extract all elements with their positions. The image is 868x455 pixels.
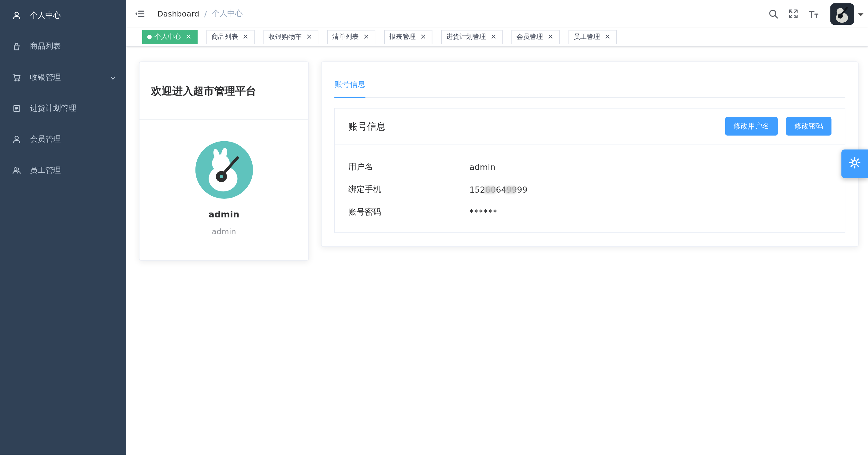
sidebar-item-products[interactable]: 商品列表: [0, 31, 126, 62]
page-content: 欢迎进入超市管理平台: [126, 46, 868, 261]
account-info-header: 账号信息 修改用户名 修改密码: [335, 108, 845, 144]
welcome-card-body: admin admin: [140, 120, 308, 260]
tag-label: 清单列表: [332, 32, 359, 41]
username-label: 用户名: [348, 161, 469, 172]
tag-reports[interactable]: 报表管理 ×: [384, 30, 432, 44]
tag-cashier-cart[interactable]: 收银购物车 ×: [264, 30, 318, 44]
sidebar: 个人中心 商品列表 收银管理: [0, 0, 126, 455]
info-row-password: 账号密码 ******: [348, 201, 831, 224]
profile-avatar: [195, 141, 253, 199]
tag-label: 报表管理: [389, 32, 416, 41]
tag-products[interactable]: 商品列表 ×: [207, 30, 254, 44]
tag-label: 商品列表: [211, 32, 238, 41]
active-dot: [147, 35, 151, 39]
welcome-card-header: 欢迎进入超市管理平台: [140, 62, 308, 120]
phone-value: 15260649999: [469, 185, 528, 195]
font-size-icon[interactable]: [803, 9, 824, 19]
sidebar-item-purchase-plan[interactable]: 进货计划管理: [0, 93, 126, 124]
chevron-down-icon: [110, 74, 116, 81]
sidebar-item-label: 收银管理: [30, 72, 61, 83]
tag-purchase-plan[interactable]: 进货计划管理 ×: [441, 30, 502, 44]
account-card: 账号信息 账号信息 修改用户名 修改密码 用户名 admin: [321, 61, 859, 247]
breadcrumb: Dashboard / 个人中心: [157, 9, 243, 19]
close-icon[interactable]: ×: [362, 33, 370, 41]
caret-down-icon[interactable]: [858, 13, 863, 19]
user-icon: [12, 11, 21, 20]
profile-username: admin: [151, 209, 297, 220]
tag-label: 进货计划管理: [446, 32, 486, 41]
cart-icon: [12, 73, 21, 82]
sidebar-item-label: 进货计划管理: [30, 103, 76, 113]
account-tabs: 账号信息: [334, 62, 845, 98]
tag-label: 个人中心: [154, 32, 181, 41]
password-label: 账号密码: [348, 207, 469, 218]
welcome-card: 欢迎进入超市管理平台: [139, 61, 309, 261]
tag-order-list[interactable]: 清单列表 ×: [327, 30, 375, 44]
gear-icon: [849, 157, 861, 171]
phone-number: 15260649999: [469, 185, 528, 195]
tag-staff[interactable]: 员工管理 ×: [568, 30, 617, 44]
document-icon: [12, 104, 21, 113]
bag-icon: [12, 42, 21, 51]
profile-role: admin: [151, 227, 297, 236]
change-username-button[interactable]: 修改用户名: [725, 117, 778, 136]
sidebar-item-label: 商品列表: [30, 41, 61, 52]
close-icon[interactable]: ×: [489, 33, 498, 41]
main-area: Dashboard / 个人中心: [126, 0, 868, 455]
close-icon[interactable]: ×: [603, 33, 612, 41]
tag-label: 员工管理: [574, 32, 600, 41]
tag-profile[interactable]: 个人中心 ×: [142, 30, 197, 44]
close-icon[interactable]: ×: [184, 33, 193, 41]
breadcrumb-current: 个人中心: [212, 9, 243, 19]
password-value: ******: [469, 207, 498, 218]
users-icon: [12, 166, 21, 175]
settings-button[interactable]: [841, 150, 868, 178]
search-icon[interactable]: [764, 9, 783, 19]
account-info-actions: 修改用户名 修改密码: [725, 117, 832, 136]
welcome-title: 欢迎进入超市管理平台: [151, 84, 297, 98]
sidebar-item-cashier[interactable]: 收银管理: [0, 62, 126, 93]
info-row-phone: 绑定手机 15260649999: [348, 178, 831, 201]
close-icon[interactable]: ×: [305, 33, 313, 41]
sidebar-item-profile[interactable]: 个人中心: [0, 0, 126, 31]
change-password-button[interactable]: 修改密码: [786, 117, 831, 136]
close-icon[interactable]: ×: [546, 33, 555, 41]
close-icon[interactable]: ×: [419, 33, 427, 41]
tab-account-info[interactable]: 账号信息: [334, 80, 365, 98]
phone-label: 绑定手机: [348, 184, 469, 195]
account-info-title: 账号信息: [348, 120, 386, 133]
sidebar-item-label: 个人中心: [30, 10, 61, 21]
account-info-body: 用户名 admin 绑定手机 15260649999: [335, 144, 845, 232]
user-avatar[interactable]: [830, 3, 854, 25]
sidebar-item-label: 员工管理: [30, 165, 61, 175]
tag-members[interactable]: 会员管理 ×: [512, 30, 559, 44]
sidebar-item-label: 会员管理: [30, 134, 61, 144]
tags-bar: 个人中心 × 商品列表 × 收银购物车 × 清单列表 × 报表管理 ×: [126, 28, 868, 46]
close-icon[interactable]: ×: [241, 33, 250, 41]
breadcrumb-dashboard[interactable]: Dashboard: [157, 9, 199, 18]
navbar: Dashboard / 个人中心: [126, 0, 868, 28]
app-viewport: 个人中心 商品列表 收银管理: [0, 0, 868, 455]
sidebar-item-staff[interactable]: 员工管理: [0, 155, 126, 186]
fullscreen-icon[interactable]: [783, 9, 803, 19]
tag-label: 收银购物车: [269, 32, 302, 41]
username-value: admin: [469, 162, 495, 172]
sidebar-item-members[interactable]: 会员管理: [0, 124, 126, 155]
info-row-username: 用户名 admin: [348, 156, 831, 178]
navbar-actions: [764, 0, 864, 28]
account-info-box: 账号信息 修改用户名 修改密码 用户名 admin 绑定手机: [334, 108, 845, 233]
breadcrumb-separator: /: [204, 9, 207, 18]
hamburger-icon[interactable]: [126, 0, 153, 28]
user-icon: [12, 135, 21, 144]
tag-label: 会员管理: [517, 32, 543, 41]
